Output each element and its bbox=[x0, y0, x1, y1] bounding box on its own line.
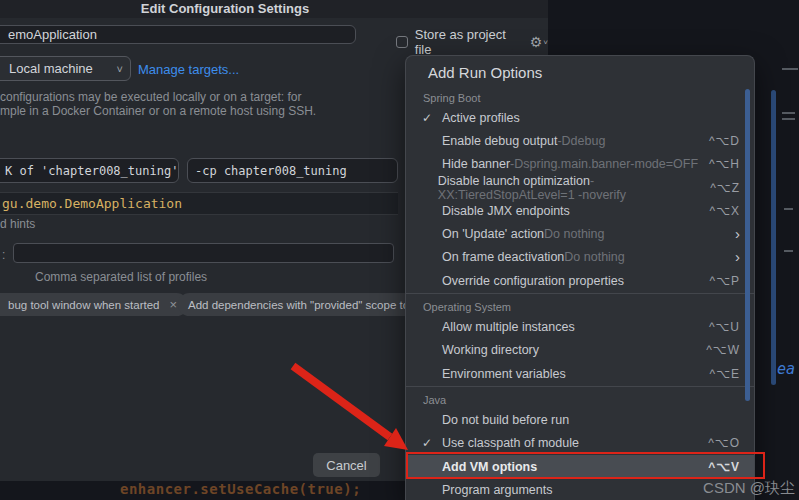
menu-item-suffix: -XX:TieredStopAtLevel=1 -noverify bbox=[438, 174, 626, 202]
menu-item-label: Use classpath of module bbox=[442, 436, 579, 450]
main-class-row[interactable]: gu.demo.DemoApplication bbox=[0, 192, 398, 215]
store-as-project-file-checkbox[interactable] bbox=[396, 36, 408, 48]
run-options-menu-body: Spring Boot✓Active profilesEnable debug … bbox=[406, 86, 754, 500]
main-class-value: gu.demo.DemoApplication bbox=[0, 196, 182, 211]
menu-item-shortcut: ^⌥V bbox=[708, 460, 740, 474]
check-icon: ✓ bbox=[422, 111, 442, 125]
menu-section-spring-boot: Spring Boot bbox=[406, 86, 754, 106]
menu-item-hide-banner[interactable]: Hide banner-Dspring.main.banner-mode=OFF… bbox=[406, 153, 754, 176]
menu-scrollbar-thumb[interactable] bbox=[745, 89, 750, 401]
check-icon: ✓ bbox=[422, 436, 442, 450]
menu-item-label: Hide banner-Dspring.main.banner-mode=OFF bbox=[442, 157, 698, 171]
menu-item-working-directory[interactable]: Working directory^⌥W bbox=[406, 339, 754, 362]
menu-item-label: Add VM options bbox=[442, 460, 537, 474]
menu-item-shortcut: ^⌥Z bbox=[710, 181, 740, 195]
profiles-label: : bbox=[2, 248, 5, 262]
configuration-name-input[interactable]: emoApplication bbox=[0, 25, 356, 44]
menu-item-label: Do not build before run bbox=[442, 413, 569, 427]
menu-item-suffix: Do nothing bbox=[544, 227, 604, 241]
menu-item-label: On frame deactivationDo nothing bbox=[442, 250, 625, 264]
menu-item-shortcut: ^⌥P bbox=[710, 274, 740, 288]
menu-item-suffix: -Ddebug bbox=[557, 134, 605, 148]
store-as-project-file-label: Store as project file bbox=[415, 27, 524, 57]
provided-scope-chip[interactable]: Add dependencies with "provided" scope t… bbox=[178, 293, 428, 316]
menu-item-shortcut: ^⌥E bbox=[710, 367, 740, 381]
gear-icon[interactable]: ⚙ bbox=[530, 36, 543, 48]
editor-scroll-marker bbox=[784, 250, 793, 252]
menu-item-label: Disable JMX endpoints bbox=[442, 204, 570, 218]
editor-code-line: enhancer.setUseCache(true); bbox=[120, 481, 361, 497]
manage-targets-link[interactable]: Manage targets... bbox=[138, 62, 239, 77]
menu-item-program-arguments[interactable]: Program arguments bbox=[406, 478, 754, 500]
menu-section-java: Java bbox=[406, 388, 754, 408]
menu-item-do-not-build-before-run[interactable]: Do not build before run bbox=[406, 408, 754, 431]
menu-item-disable-launch-optimization[interactable]: Disable launch optimization-XX:TieredSto… bbox=[406, 176, 754, 199]
menu-item-label: Override configuration properties bbox=[442, 274, 624, 288]
editor-scroll-marker bbox=[782, 118, 795, 120]
menu-item-label: Allow multiple instances bbox=[442, 320, 575, 334]
menu-item-enable-debug-output[interactable]: Enable debug output-Ddebug^⌥D bbox=[406, 129, 754, 152]
provided-scope-chip-label: Add dependencies with "provided" scope t… bbox=[188, 299, 428, 311]
cancel-button[interactable]: Cancel bbox=[313, 453, 380, 477]
menu-item-shortcut: ^⌥X bbox=[710, 204, 740, 218]
editor-scroll-marker bbox=[784, 208, 793, 210]
menu-item-allow-multiple-instances[interactable]: Allow multiple instances^⌥U bbox=[406, 315, 754, 338]
menu-item-on-update-action[interactable]: On 'Update' actionDo nothing› bbox=[406, 222, 754, 245]
menu-item-disable-jmx-endpoints[interactable]: Disable JMX endpoints^⌥X bbox=[406, 199, 754, 222]
menu-item-label: Enable debug output-Ddebug bbox=[442, 134, 605, 148]
chevron-down-icon: ˅ bbox=[117, 63, 123, 75]
editor-scroll-marker bbox=[782, 68, 798, 70]
menu-item-on-frame-deactivation[interactable]: On frame deactivationDo nothing› bbox=[406, 246, 754, 269]
hints-label: d hints bbox=[0, 217, 35, 231]
menu-item-label: Environment variables bbox=[442, 367, 566, 381]
menu-item-use-classpath-of-module[interactable]: ✓Use classpath of module^⌥O bbox=[406, 432, 754, 455]
jre-select[interactable]: K of 'chapter008_tuning' modu bbox=[0, 158, 179, 183]
target-hint-line2: mple in a Docker Container or on a remot… bbox=[0, 104, 316, 118]
menu-item-override-configuration-properties[interactable]: Override configuration properties^⌥P bbox=[406, 269, 754, 292]
target-hint-line1: configurations may be executed locally o… bbox=[0, 90, 302, 104]
watermark: CSDN @玦尘 bbox=[703, 479, 795, 498]
menu-item-label: On 'Update' actionDo nothing bbox=[442, 227, 605, 241]
menu-item-shortcut: ^⌥W bbox=[706, 343, 740, 357]
chevron-right-icon: › bbox=[735, 229, 740, 239]
menu-item-shortcut: ^⌥U bbox=[709, 320, 740, 334]
menu-item-suffix: Do nothing bbox=[564, 250, 624, 264]
menu-item-label: Disable launch optimization-XX:TieredSto… bbox=[438, 174, 710, 202]
editor-scrollbar-thumb[interactable] bbox=[771, 90, 776, 385]
menu-item-label: Working directory bbox=[442, 343, 539, 357]
tool-window-chip-label: bug tool window when started bbox=[8, 299, 160, 311]
menu-item-label: Active profiles bbox=[442, 111, 520, 125]
vm-classpath-field[interactable]: -cp chapter008_tuning bbox=[187, 158, 398, 183]
close-icon[interactable]: × bbox=[170, 297, 178, 312]
menu-item-shortcut: ^⌥D bbox=[709, 134, 740, 148]
menu-item-label: Program arguments bbox=[442, 483, 552, 497]
chevron-right-icon: › bbox=[735, 252, 740, 262]
menu-separator bbox=[406, 386, 754, 387]
tool-window-chip[interactable]: bug tool window when started × bbox=[0, 293, 188, 316]
screenshot-root: ea enhancer.setUseCache(true); Edit Conf… bbox=[0, 0, 799, 500]
menu-separator bbox=[406, 293, 754, 294]
profiles-hint: Comma separated list of profiles bbox=[35, 270, 207, 284]
gear-chevron-icon: ˅ bbox=[543, 38, 548, 47]
active-profiles-input[interactable] bbox=[13, 243, 394, 263]
menu-item-shortcut: ^⌥H bbox=[709, 157, 740, 171]
menu-item-suffix: -Dspring.main.banner-mode=OFF bbox=[510, 157, 698, 171]
menu-item-add-vm-options[interactable]: Add VM options^⌥V bbox=[406, 455, 754, 478]
menu-item-active-profiles[interactable]: ✓Active profiles bbox=[406, 106, 754, 129]
run-target-value: Local machine bbox=[9, 61, 93, 76]
editor-partial-text: ea bbox=[777, 360, 795, 378]
menu-item-shortcut: ^⌥O bbox=[708, 436, 740, 450]
menu-title: Add Run Options bbox=[406, 56, 754, 86]
store-as-project-file-row: Store as project file ⚙ ˅ bbox=[396, 27, 548, 57]
editor-scroll-marker bbox=[782, 112, 795, 114]
add-run-options-menu: Add Run Options Spring Boot✓Active profi… bbox=[405, 55, 755, 500]
dialog-title: Edit Configuration Settings bbox=[0, 1, 450, 16]
run-target-select[interactable]: Local machine ˅ bbox=[0, 56, 131, 81]
menu-section-operating-system: Operating System bbox=[406, 295, 754, 315]
menu-item-environment-variables[interactable]: Environment variables^⌥E bbox=[406, 362, 754, 385]
